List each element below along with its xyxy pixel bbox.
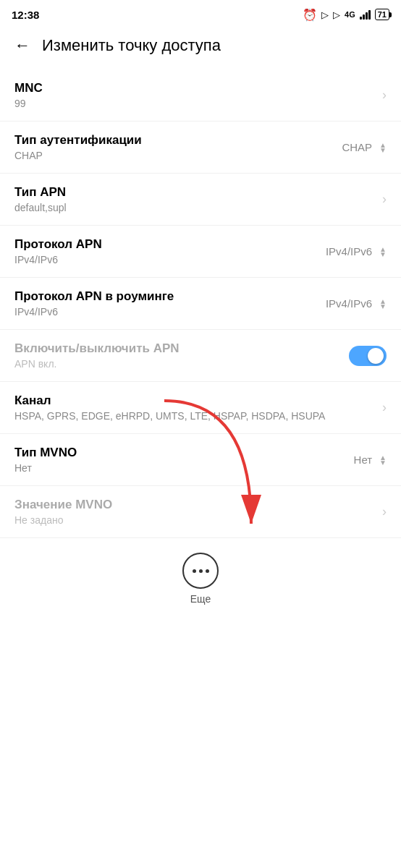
more-button[interactable] (182, 553, 219, 589)
value-apn-protocol: IPv4/IPv6 (326, 245, 372, 258)
item-title-mvno-type: Тип MVNO (14, 446, 354, 460)
toggle-apn-toggle[interactable] (349, 346, 387, 366)
alarm-icon: ⏰ (303, 8, 317, 22)
updown-icon-mvno-type: ▲▼ (379, 455, 387, 465)
status-bar: 12:38 ⏰ ▷ ▷ 4G 71 (0, 0, 401, 26)
item-title-auth-type: Тип аутентификации (14, 133, 342, 148)
chevron-right-icon-mvno-value: › (382, 504, 387, 519)
settings-item-mvno-type[interactable]: Тип MVNOНетНет▲▼ (0, 434, 401, 486)
settings-item-auth-type[interactable]: Тип аутентификацииCHAPCHAP▲▼ (0, 122, 401, 174)
item-subtitle-channel: HSPA, GPRS, EDGE, eHRPD, UMTS, LTE, HSPA… (14, 410, 382, 422)
settings-list: MNC99›Тип аутентификацииCHAPCHAP▲▼Тип AP… (0, 69, 401, 538)
value-apn-roaming: IPv4/IPv6 (326, 297, 372, 310)
chevron-right-icon-apn-type: › (382, 192, 387, 207)
signal-strength (360, 9, 371, 20)
play-icon-1: ▷ (321, 9, 329, 20)
chevron-right-icon-channel: › (382, 400, 387, 415)
item-title-apn-toggle: Включить/выключить APN (14, 341, 349, 356)
settings-item-channel[interactable]: КаналHSPA, GPRS, EDGE, eHRPD, UMTS, LTE,… (0, 382, 401, 434)
item-title-apn-roaming: Протокол APN в роуминге (14, 289, 326, 304)
chevron-right-icon-mnc: › (382, 88, 387, 103)
item-title-apn-type: Тип APN (14, 185, 382, 200)
settings-item-apn-roaming[interactable]: Протокол APN в роумингеIPv4/IPv6IPv4/IPv… (0, 278, 401, 330)
settings-item-mnc[interactable]: MNC99› (0, 69, 401, 122)
item-title-channel: Канал (14, 393, 382, 408)
item-subtitle-apn-toggle: APN вкл. (14, 358, 349, 370)
value-mvno-type: Нет (354, 454, 373, 466)
item-subtitle-mnc: 99 (14, 98, 382, 109)
item-subtitle-auth-type: CHAP (14, 150, 342, 161)
item-subtitle-mvno-type: Нет (14, 462, 354, 474)
bar3 (366, 12, 368, 20)
more-dots-icon (193, 569, 209, 573)
status-icons: ⏰ ▷ ▷ 4G 71 (303, 8, 389, 22)
page-title: Изменить точку доступа (42, 36, 221, 55)
item-title-apn-protocol: Протокол APN (14, 237, 326, 252)
play-icon-2: ▷ (333, 9, 340, 20)
header: ← Изменить точку доступа (0, 26, 401, 69)
updown-icon-apn-roaming: ▲▼ (379, 299, 387, 309)
item-title-mvno-value: Значение MVNO (14, 498, 382, 512)
more-label: Еще (190, 593, 211, 605)
item-title-mnc: MNC (14, 81, 382, 95)
settings-item-apn-protocol[interactable]: Протокол APNIPv4/IPv6IPv4/IPv6▲▼ (0, 226, 401, 278)
settings-item-apn-type[interactable]: Тип APNdefault,supl› (0, 174, 401, 226)
more-button-container: Еще (0, 538, 401, 616)
updown-icon-apn-protocol: ▲▼ (379, 247, 387, 257)
item-subtitle-apn-type: default,supl (14, 202, 382, 213)
value-auth-type: CHAP (342, 141, 372, 153)
item-subtitle-mvno-value: Не задано (14, 514, 382, 526)
bar4 (368, 10, 371, 20)
signal-4g: 4G (345, 10, 355, 19)
item-subtitle-apn-protocol: IPv4/IPv6 (14, 254, 326, 265)
back-button[interactable]: ← (12, 33, 33, 58)
bar2 (363, 14, 365, 20)
settings-item-apn-toggle: Включить/выключить APNAPN вкл. (0, 330, 401, 382)
item-subtitle-apn-roaming: IPv4/IPv6 (14, 306, 326, 318)
settings-item-mvno-value[interactable]: Значение MVNOНе задано› (0, 486, 401, 538)
bar1 (360, 17, 362, 20)
updown-icon-auth-type: ▲▼ (379, 142, 387, 153)
time: 12:38 (12, 9, 39, 21)
battery: 71 (375, 9, 389, 20)
